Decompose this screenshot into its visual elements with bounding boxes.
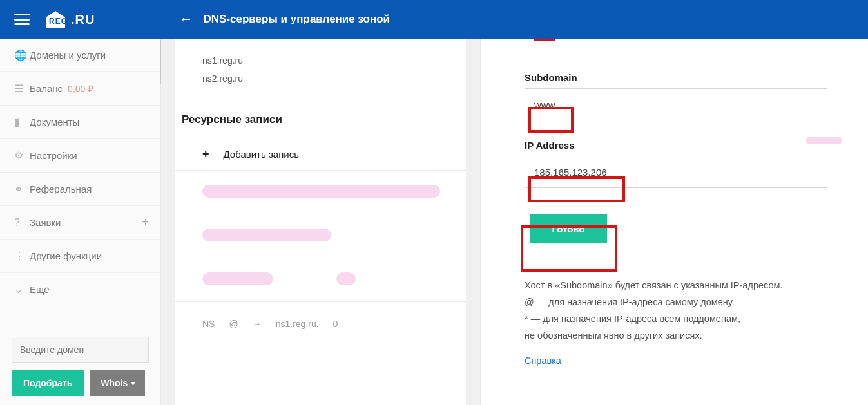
masked-record <box>175 170 466 214</box>
sidebar-item-balance[interactable]: ☰Баланс0,00 ₽ <box>0 72 160 106</box>
record-ttl: 0 <box>333 319 338 329</box>
sidebar-item-label: Документы <box>30 117 79 127</box>
zone-card: ns1.reg.ru ns2.reg.ru Ресурсные записи +… <box>175 39 466 405</box>
ns-server: ns2.reg.ru <box>202 70 466 88</box>
sidebar-item-settings[interactable]: ⚙Настройки <box>0 139 160 173</box>
pick-domain-button[interactable]: Подобрать <box>12 370 84 396</box>
main-content: ns1.reg.ru ns2.reg.ru Ресурсные записи +… <box>161 39 480 405</box>
sidebar: 🌐Домены и услуги ☰Баланс0,00 ₽ ▮Документ… <box>0 39 161 405</box>
ns-server: ns1.reg.ru <box>202 52 466 70</box>
subdomain-label: Subdomain <box>525 72 845 83</box>
sidebar-item-label: Реферальная <box>30 184 92 194</box>
sidebar-item-label: Настройки <box>30 150 77 161</box>
back-arrow-icon[interactable]: ← <box>178 11 193 28</box>
sidebar-item-label: Баланс <box>30 83 63 94</box>
help-text: Хост в «Subdomain» будет связан с указан… <box>525 277 845 344</box>
record-type: NS <box>202 319 215 329</box>
highlight-box <box>528 107 574 133</box>
highlight-box <box>528 176 625 202</box>
record-panel: ✕ A Subdomain IP Address Готово Хост в «… <box>480 0 868 405</box>
sidebar-item-other[interactable]: ⋮Другие функции <box>0 240 160 273</box>
breadcrumb: ← DNS-серверы и управление зоной <box>178 11 390 28</box>
plus-icon: + <box>202 147 209 161</box>
sidebar-item-label: Ещё <box>30 284 50 295</box>
sidebar-footer: Подобрать Whois <box>0 328 160 405</box>
chevron-down-icon: ⌄ <box>14 283 30 296</box>
gear-icon: ⚙ <box>14 149 30 162</box>
logo-suffix: .RU <box>71 12 95 27</box>
ns-record-row[interactable]: NS @ → ns1.reg.ru. 0 <box>175 301 466 345</box>
record-host: @ <box>229 319 238 329</box>
sidebar-item-label: Домены и услуги <box>30 50 106 61</box>
masked-area <box>806 137 842 144</box>
add-record-label: Добавить запись <box>224 149 300 160</box>
sidebar-item-docs[interactable]: ▮Документы <box>0 106 160 139</box>
sidebar-item-label: Заявки <box>30 217 61 228</box>
sidebar-item-more[interactable]: ⌄Ещё <box>0 273 160 306</box>
record-target: ns1.reg.ru. <box>276 319 319 329</box>
section-title: Ресурсные записи <box>182 113 466 126</box>
menu-icon[interactable] <box>14 14 30 25</box>
add-ticket-icon[interactable]: + <box>142 216 149 229</box>
ref-icon: ⚭ <box>14 183 30 195</box>
ip-label: IP Address <box>525 140 845 151</box>
page-title: DNS-серверы и управление зоной <box>203 13 390 26</box>
doc-icon: ▮ <box>14 116 30 128</box>
balance-icon: ☰ <box>14 82 30 95</box>
svg-text:REG: REG <box>49 17 67 26</box>
sidebar-item-tickets[interactable]: ?Заявки+ <box>0 206 160 240</box>
dots-icon: ⋮ <box>14 250 30 262</box>
help-link[interactable]: Справка <box>525 355 561 366</box>
add-record-button[interactable]: + Добавить запись <box>202 138 466 170</box>
whois-button[interactable]: Whois <box>90 370 145 396</box>
highlight-box <box>521 225 617 272</box>
sidebar-item-label: Другие функции <box>30 250 102 261</box>
top-bar: REG .RU ← DNS-серверы и управление зоной <box>0 0 868 39</box>
sidebar-item-referral[interactable]: ⚭Реферальная <box>0 173 160 206</box>
balance-value: 0,00 ₽ <box>68 84 93 94</box>
domain-input[interactable] <box>12 337 149 363</box>
sidebar-item-domains[interactable]: 🌐Домены и услуги <box>0 39 160 72</box>
question-icon: ? <box>14 217 30 229</box>
arrow-icon: → <box>253 319 262 329</box>
logo[interactable]: REG .RU <box>44 10 95 29</box>
globe-icon: 🌐 <box>14 49 30 61</box>
masked-record <box>175 214 466 258</box>
masked-record <box>175 258 466 301</box>
